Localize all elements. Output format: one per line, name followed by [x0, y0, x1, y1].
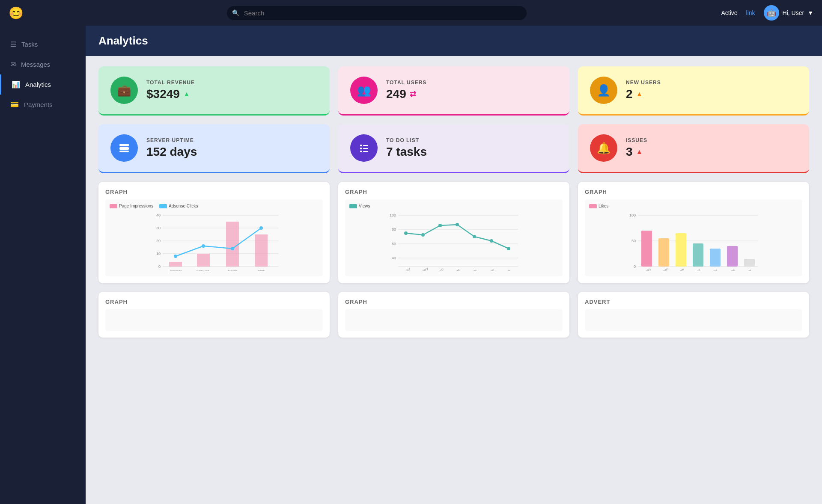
svg-rect-4 — [363, 145, 368, 146]
sidebar-item-messages[interactable]: ✉ Messages — [0, 54, 86, 74]
svg-text:April: April — [694, 268, 701, 271]
svg-text:February: February — [657, 267, 670, 271]
svg-rect-3 — [360, 145, 362, 146]
revenue-info: TOTAL REVENUE $3249 ▲ — [146, 80, 318, 101]
issues-value: 3 ▲ — [626, 145, 797, 159]
stat-card-issues: 🔔 ISSUES 3 ▲ — [578, 124, 809, 173]
graph1-inner: Page Impressions Adsense Clicks — [105, 199, 323, 276]
svg-rect-63 — [693, 243, 703, 267]
revenue-icon: 💼 — [110, 77, 138, 104]
svg-text:July: July — [505, 268, 512, 271]
legend-box-impressions — [110, 204, 117, 208]
stats-row-2: SERVER UPTIME 152 days — [98, 124, 809, 173]
graph3-title: GRAPH — [585, 189, 802, 195]
content-body: 💼 TOTAL REVENUE $3249 ▲ 👥 TOTAL USERS — [86, 56, 822, 348]
status-active: Active — [721, 9, 737, 16]
legend-item-impressions: Page Impressions — [110, 204, 153, 208]
svg-rect-7 — [360, 151, 362, 152]
svg-text:April: April — [453, 268, 461, 271]
svg-text:100: 100 — [390, 213, 396, 217]
new-users-icon: 👤 — [590, 77, 617, 104]
svg-point-44 — [473, 235, 476, 238]
new-users-trend: ▲ — [636, 90, 643, 98]
payments-icon: 💳 — [10, 101, 19, 109]
todo-value: 7 tasks — [386, 145, 557, 159]
svg-text:February: February — [197, 269, 210, 271]
users-value: 249 ⇄ — [386, 87, 557, 101]
top-header: 😊 🔍 Active link 🤖 Hi, User ▼ — [0, 0, 822, 26]
bottom-card-graph1: GRAPH — [98, 292, 330, 338]
users-icon: 👥 — [350, 77, 378, 104]
svg-text:20: 20 — [156, 239, 161, 243]
sidebar-label-payments: Payments — [24, 101, 53, 108]
sidebar-label-messages: Messages — [21, 61, 50, 68]
svg-rect-6 — [363, 148, 368, 149]
bottom-graph2-title: GRAPH — [345, 299, 563, 305]
sidebar-item-payments[interactable]: 💳 Payments — [0, 95, 86, 115]
graph1-svg: 40 30 20 10 0 — [110, 211, 319, 271]
header-link[interactable]: link — [746, 9, 755, 16]
svg-text:July: July — [746, 268, 752, 271]
svg-point-46 — [507, 247, 510, 250]
svg-point-42 — [438, 224, 442, 227]
uptime-label: SERVER UPTIME — [146, 137, 318, 143]
svg-text:January: January — [170, 269, 182, 271]
svg-rect-21 — [226, 222, 239, 267]
page-title: Analytics — [98, 34, 809, 47]
legend-item-clicks: Adsense Clicks — [159, 204, 198, 208]
bottom-card-advert: ADVERT — [578, 292, 809, 338]
stat-card-server-uptime: SERVER UPTIME 152 days — [98, 124, 330, 173]
uptime-value: 152 days — [146, 145, 318, 159]
legend-label-impressions: Page Impressions — [119, 204, 153, 208]
svg-point-45 — [490, 239, 493, 243]
logo-icon: 😊 — [9, 6, 24, 20]
issues-icon: 🔔 — [590, 134, 617, 162]
bottom-card-graph2: GRAPH — [338, 292, 569, 338]
svg-text:March: March — [228, 269, 237, 271]
issues-label: ISSUES — [626, 137, 797, 143]
svg-point-43 — [456, 223, 459, 226]
user-info[interactable]: 🤖 Hi, User ▼ — [764, 5, 813, 21]
revenue-trend: ▲ — [183, 90, 190, 98]
svg-rect-62 — [676, 233, 686, 267]
search-input[interactable] — [227, 6, 527, 20]
search-bar: 🔍 — [227, 6, 527, 20]
bottom-advert-inner — [585, 309, 802, 331]
svg-text:40: 40 — [392, 256, 396, 260]
sidebar-item-tasks[interactable]: ☰ Tasks — [0, 34, 86, 54]
uptime-info: SERVER UPTIME 152 days — [146, 137, 318, 159]
svg-text:0: 0 — [158, 264, 161, 269]
svg-text:April: April — [258, 269, 265, 271]
svg-text:50: 50 — [631, 239, 636, 243]
svg-rect-22 — [255, 234, 268, 267]
new-users-label: NEW USERS — [626, 80, 797, 86]
legend-item-likes: Likes — [589, 204, 608, 208]
content-area: Analytics 💼 TOTAL REVENUE $3249 ▲ — [86, 26, 822, 504]
graph2-svg: 100 80 60 40 — [349, 211, 558, 271]
graph2-title: GRAPH — [345, 189, 563, 195]
svg-rect-8 — [363, 151, 368, 152]
svg-text:0: 0 — [634, 264, 636, 269]
tasks-icon: ☰ — [10, 40, 16, 48]
server-icon — [110, 134, 138, 162]
graph1-title: GRAPH — [105, 189, 323, 195]
main-layout: ☰ Tasks ✉ Messages 📊 Analytics 💳 Payment… — [0, 26, 822, 504]
graph-card-3: GRAPH Likes — [578, 182, 809, 283]
svg-text:February: February — [417, 267, 429, 271]
sidebar-item-analytics[interactable]: 📊 Analytics — [0, 74, 86, 95]
svg-point-40 — [404, 231, 408, 235]
stats-row-1: 💼 TOTAL REVENUE $3249 ▲ 👥 TOTAL USERS — [98, 66, 809, 116]
sidebar: ☰ Tasks ✉ Messages 📊 Analytics 💳 Payment… — [0, 26, 86, 504]
sidebar-label-analytics: Analytics — [25, 81, 51, 88]
stat-card-new-users: 👤 NEW USERS 2 ▲ — [578, 66, 809, 116]
user-avatar: 🤖 — [764, 5, 779, 21]
stat-card-total-users: 👥 TOTAL USERS 249 ⇄ — [338, 66, 569, 116]
stat-card-total-revenue: 💼 TOTAL REVENUE $3249 ▲ — [98, 66, 330, 116]
users-info: TOTAL USERS 249 ⇄ — [386, 80, 557, 101]
svg-rect-19 — [169, 262, 182, 267]
sidebar-label-tasks: Tasks — [21, 41, 38, 48]
legend-label-clicks: Adsense Clicks — [169, 204, 198, 208]
svg-text:January: January — [640, 267, 652, 271]
graph-card-1: GRAPH Page Impressions Adsense Clicks — [98, 182, 330, 283]
new-users-value: 2 ▲ — [626, 87, 797, 101]
